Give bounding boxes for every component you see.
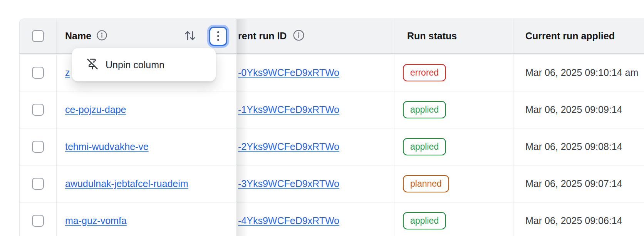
table-row: ce-pojzu-dape -1Yks9WCFeD9xRTWo applied … <box>20 91 644 128</box>
run-status-column-label: Run status <box>407 30 457 42</box>
row-checkbox[interactable] <box>32 141 44 153</box>
row-status-cell: applied <box>394 128 513 165</box>
column-menu-button[interactable] <box>209 27 227 46</box>
applied-timestamp: Mar 06, 2025 09:08:14 <box>525 141 622 152</box>
row-name-cell: tehmi-wudvakhe-ve <box>57 128 237 165</box>
table-row: awudulnak-jebtafcel-ruadeim -3Yks9WCFeD9… <box>20 165 644 202</box>
row-name-cell: awudulnak-jebtafcel-ruadeim <box>57 165 237 202</box>
run-id-link[interactable]: -3Yks9WCFeD9xRTWo <box>238 178 339 189</box>
unpin-column-menu-item[interactable]: Unpin column <box>72 48 216 81</box>
run-status-badge: applied <box>403 212 446 229</box>
run-status-badge: planned <box>403 175 449 192</box>
row-checkbox[interactable] <box>32 215 44 227</box>
run-status-column-header: Run status <box>394 19 513 53</box>
pin-off-icon <box>87 58 98 71</box>
run-status-badge: errored <box>403 64 446 81</box>
name-link[interactable]: tehmi-wudvakhe-ve <box>65 141 149 152</box>
applied-timestamp: Mar 06, 2025 09:10:14 am <box>525 67 638 78</box>
table-body: z -0Yks9WCFeD9xRTWo errored Mar 06, 2025… <box>20 54 644 236</box>
row-run-id-cell: -1Yks9WCFeD9xRTWo <box>237 91 394 128</box>
row-checkbox[interactable] <box>32 178 44 190</box>
run-id-column-header: rent run ID <box>237 19 394 53</box>
row-applied-cell: Mar 06, 2025 09:07:14 <box>513 165 644 202</box>
info-icon[interactable] <box>96 30 107 42</box>
applied-timestamp: Mar 06, 2025 09:07:14 <box>525 178 622 189</box>
run-status-badge: applied <box>403 101 446 118</box>
row-select-cell <box>20 91 57 128</box>
sort-button[interactable] <box>184 30 196 43</box>
kebab-more-vertical-icon <box>217 31 219 33</box>
row-run-id-cell: -3Yks9WCFeD9xRTWo <box>237 165 394 202</box>
row-status-cell: applied <box>394 202 513 236</box>
unpin-column-label: Unpin column <box>106 59 164 71</box>
row-applied-cell: Mar 06, 2025 09:08:14 <box>513 128 644 165</box>
row-run-id-cell: -4Yks9WCFeD9xRTWo <box>237 202 394 236</box>
table-row: ma-guz-vomfa -4Yks9WCFeD9xRTWo applied M… <box>20 202 644 236</box>
run-id-link[interactable]: -4Yks9WCFeD9xRTWo <box>238 215 339 226</box>
applied-timestamp: Mar 06, 2025 09:09:14 <box>525 104 622 115</box>
row-checkbox[interactable] <box>32 67 44 79</box>
row-checkbox[interactable] <box>32 104 44 116</box>
row-name-cell: ma-guz-vomfa <box>57 202 237 236</box>
run-status-badge: applied <box>403 138 446 155</box>
run-id-link[interactable]: -0Yks9WCFeD9xRTWo <box>238 67 339 78</box>
row-status-cell: applied <box>394 91 513 128</box>
run-id-link[interactable]: -1Yks9WCFeD9xRTWo <box>238 104 339 115</box>
select-all-cell <box>20 19 57 53</box>
row-select-cell <box>20 128 57 165</box>
table-row: tehmi-wudvakhe-ve -2Yks9WCFeD9xRTWo appl… <box>20 128 644 165</box>
row-status-cell: planned <box>394 165 513 202</box>
row-applied-cell: Mar 06, 2025 09:09:14 <box>513 91 644 128</box>
row-status-cell: errored <box>394 54 513 91</box>
row-run-id-cell: -0Yks9WCFeD9xRTWo <box>237 54 394 91</box>
row-name-cell: ce-pojzu-dape <box>57 91 237 128</box>
row-select-cell <box>20 165 57 202</box>
name-link[interactable]: awudulnak-jebtafcel-ruadeim <box>65 178 188 189</box>
row-applied-cell: Mar 06, 2025 09:10:14 am <box>513 54 644 91</box>
column-menu-dropdown: Unpin column <box>72 48 216 81</box>
row-select-cell <box>20 202 57 236</box>
current-run-applied-column-label: Current run applied <box>525 30 615 42</box>
name-link[interactable]: ce-pojzu-dape <box>65 104 126 115</box>
run-id-link[interactable]: -2Yks9WCFeD9xRTWo <box>238 141 339 152</box>
arrow-up-down-sort-icon <box>184 30 196 43</box>
name-link[interactable]: z <box>65 67 70 78</box>
row-applied-cell: Mar 06, 2025 09:06:14 <box>513 202 644 236</box>
row-select-cell <box>20 54 57 91</box>
select-all-checkbox[interactable] <box>32 30 44 42</box>
run-id-column-label: rent run ID <box>238 30 287 42</box>
name-link[interactable]: ma-guz-vomfa <box>65 215 127 226</box>
row-run-id-cell: -2Yks9WCFeD9xRTWo <box>237 128 394 165</box>
info-icon[interactable] <box>293 29 305 43</box>
applied-timestamp: Mar 06, 2025 09:06:14 <box>525 215 622 226</box>
current-run-applied-column-header: Current run applied <box>513 19 644 53</box>
name-column-label: Name <box>65 30 91 42</box>
